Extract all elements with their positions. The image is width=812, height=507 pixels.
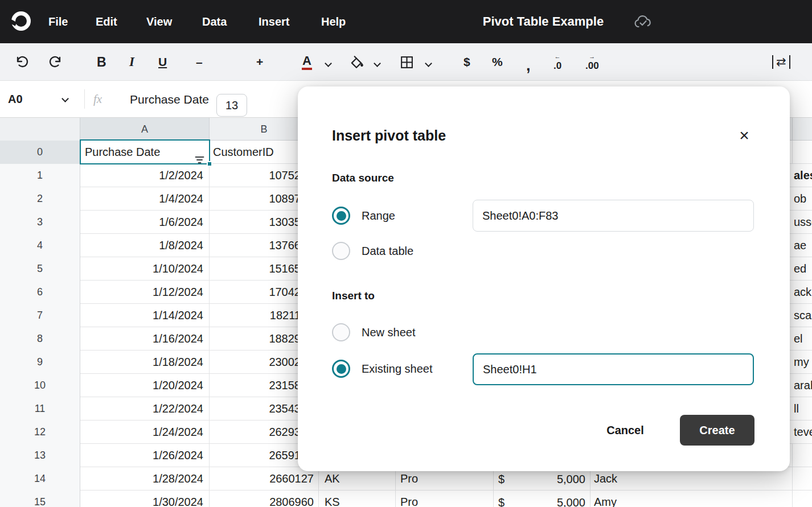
row-number[interactable]: 2 <box>0 187 80 211</box>
cell-g[interactable] <box>792 444 812 467</box>
cell-a[interactable]: 1/14/2024 <box>80 304 210 327</box>
cell-a[interactable]: 1/16/2024 <box>80 327 210 351</box>
cell-a[interactable]: 1/26/2024 <box>80 444 210 467</box>
cell-g-fragment[interactable]: ed <box>792 257 812 281</box>
range-input[interactable] <box>473 200 754 232</box>
row-number[interactable]: 7 <box>0 304 80 327</box>
select-all-corner[interactable] <box>0 118 80 141</box>
formula-bar-value[interactable]: Purchase Date <box>130 81 209 118</box>
decrease-font-size-button[interactable]: – <box>196 43 203 81</box>
row-number[interactable]: 0 <box>0 141 80 164</box>
cell-b[interactable]: 2660127 <box>210 467 319 490</box>
font-size-input[interactable]: 13 <box>216 94 247 117</box>
cell-a[interactable]: 1/12/2024 <box>80 281 210 304</box>
existing-sheet-option[interactable]: Existing sheet <box>332 360 433 378</box>
row-number[interactable]: 8 <box>0 327 80 351</box>
cell-g-fragment[interactable]: ob <box>792 187 812 211</box>
cell-g[interactable] <box>792 490 812 507</box>
menu-file[interactable]: File <box>48 0 68 43</box>
text-color-dropdown-icon[interactable] <box>325 60 332 67</box>
underline-button[interactable]: U <box>158 43 167 81</box>
data-table-radio[interactable] <box>332 242 350 260</box>
cell-g-fragment[interactable]: ae <box>792 234 812 257</box>
range-option[interactable]: Range <box>332 207 395 225</box>
menu-data[interactable]: Data <box>202 0 227 43</box>
row-number[interactable]: 11 <box>0 397 80 421</box>
existing-sheet-input[interactable] <box>473 353 754 385</box>
cell-a[interactable]: 1/8/2024 <box>80 234 210 257</box>
create-button[interactable]: Create <box>680 415 754 446</box>
cell-a[interactable]: 1/4/2024 <box>80 187 210 211</box>
currency-format-button[interactable]: $ <box>464 43 470 81</box>
bold-button[interactable]: B <box>97 43 106 81</box>
cancel-button[interactable]: Cancel <box>594 415 657 446</box>
menu-view[interactable]: View <box>146 0 172 43</box>
fill-color-dropdown-icon[interactable] <box>374 60 381 67</box>
cell-a[interactable]: 1/2/2024 <box>80 164 210 187</box>
cell-a[interactable]: 1/20/2024 <box>80 374 210 397</box>
redo-icon[interactable] <box>48 43 63 81</box>
row-number[interactable]: 12 <box>0 421 80 444</box>
cell-g[interactable] <box>792 141 812 164</box>
existing-sheet-radio[interactable] <box>332 360 350 378</box>
italic-button[interactable]: I <box>129 43 134 81</box>
cell-g-fragment[interactable]: my <box>792 351 812 374</box>
cell-a[interactable]: 1/6/2024 <box>80 211 210 234</box>
cell-a[interactable]: 1/22/2024 <box>80 397 210 421</box>
undo-icon[interactable] <box>15 43 30 81</box>
menu-help[interactable]: Help <box>321 0 346 43</box>
range-radio[interactable] <box>332 207 350 225</box>
cell-d[interactable]: Pro <box>396 490 494 507</box>
increase-font-size-button[interactable]: + <box>256 43 263 81</box>
close-icon[interactable]: × <box>732 123 757 148</box>
cell-a[interactable]: 1/28/2024 <box>80 467 210 490</box>
row-number[interactable]: 10 <box>0 374 80 397</box>
borders-dropdown-icon[interactable] <box>425 60 432 67</box>
cell-g[interactable] <box>792 467 812 490</box>
cell-b[interactable]: 2806960 <box>210 490 319 507</box>
menu-edit[interactable]: Edit <box>96 0 117 43</box>
name-box-dropdown-icon[interactable] <box>61 95 69 102</box>
comma-format-button[interactable]: , <box>526 47 531 84</box>
cell-g-fragment[interactable]: el <box>792 327 812 351</box>
percent-format-button[interactable]: % <box>492 43 503 81</box>
data-table-option[interactable]: Data table <box>332 242 413 260</box>
cell-A0[interactable]: Purchase Date <box>80 141 210 164</box>
cell-a[interactable]: 1/10/2024 <box>80 257 210 281</box>
row-number[interactable]: 6 <box>0 281 80 304</box>
cell-a[interactable]: 1/24/2024 <box>80 421 210 444</box>
decrease-decimals-button[interactable]: ← .0 <box>553 43 561 81</box>
cell-g-fragment[interactable]: ll <box>792 397 812 421</box>
row-number[interactable]: 5 <box>0 257 80 281</box>
new-sheet-radio[interactable] <box>332 323 350 341</box>
cell-g-fragment[interactable]: ack <box>792 281 812 304</box>
row-number[interactable]: 4 <box>0 234 80 257</box>
cell-amount[interactable]: $5,000 <box>494 490 590 507</box>
cell-g-fragment[interactable]: ales <box>792 164 812 187</box>
cell-g-fragment[interactable]: arah <box>792 374 812 397</box>
new-sheet-option[interactable]: New sheet <box>332 323 416 341</box>
cell-a[interactable]: 1/18/2024 <box>80 351 210 374</box>
column-header-a[interactable]: A <box>80 118 210 141</box>
increase-decimals-button[interactable]: → .00 <box>585 43 599 81</box>
row-number[interactable]: 3 <box>0 211 80 234</box>
convert-range-icon[interactable]: ⇄ <box>772 55 790 69</box>
cell-g-fragment[interactable]: scar <box>792 304 812 327</box>
row-number[interactable]: 9 <box>0 351 80 374</box>
cell-c[interactable]: KS <box>319 490 396 507</box>
name-box[interactable]: A0 <box>8 81 23 118</box>
row-number[interactable]: 15 <box>0 490 80 507</box>
document-title[interactable]: Pivot Table Example <box>483 0 604 43</box>
cell-g-fragment[interactable]: teve <box>792 421 812 444</box>
row-number[interactable]: 14 <box>0 467 80 490</box>
cell-g-fragment[interactable]: usse <box>792 211 812 234</box>
cell-f[interactable]: Amy <box>590 490 792 507</box>
borders-icon[interactable] <box>400 43 414 81</box>
menu-insert[interactable]: Insert <box>259 0 289 43</box>
fill-color-icon[interactable] <box>350 43 364 81</box>
text-color-button[interactable]: A <box>302 43 312 81</box>
app-logo[interactable] <box>9 9 34 34</box>
row-number[interactable]: 13 <box>0 444 80 467</box>
row-number[interactable]: 1 <box>0 164 80 187</box>
cell-a[interactable]: 1/30/2024 <box>80 490 210 507</box>
